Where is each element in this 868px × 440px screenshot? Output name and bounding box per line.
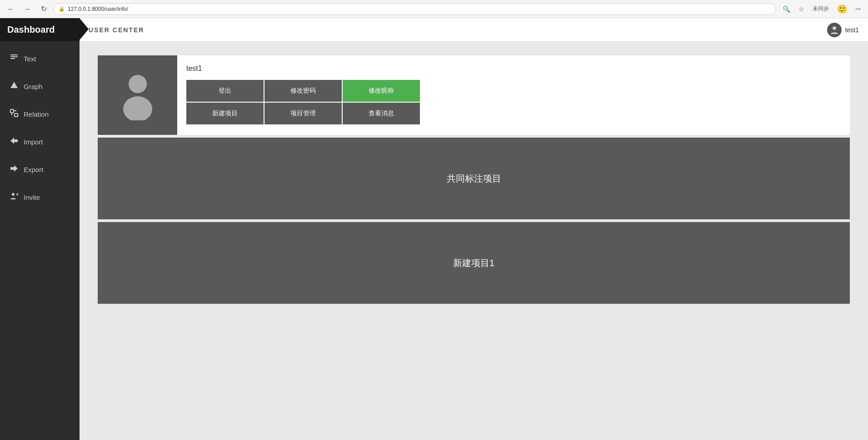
svg-rect-1 <box>10 56 18 57</box>
app-container: Dashboard Text Graph <box>0 18 868 440</box>
username-display: test1 <box>845 26 859 34</box>
url-text: 127.0.0.1:8000/user/info/ <box>68 6 128 12</box>
refresh-button[interactable]: ↻ <box>37 3 50 15</box>
sidebar-item-invite[interactable]: Invite <box>0 183 80 211</box>
svg-point-10 <box>12 193 15 196</box>
relation-icon <box>9 109 19 120</box>
svg-marker-3 <box>10 82 18 88</box>
svg-rect-5 <box>15 114 18 117</box>
invite-icon <box>9 192 19 203</box>
change-password-button[interactable]: 修改密码 <box>264 80 342 102</box>
sidebar-item-label-invite: Invite <box>24 193 40 201</box>
svg-point-14 <box>129 75 147 93</box>
project-panel-new1[interactable]: 新建项目1 <box>98 222 850 304</box>
user-info[interactable]: test1 <box>827 23 859 37</box>
svg-point-13 <box>833 26 836 30</box>
page-title: USER CENTER <box>89 26 144 34</box>
sidebar-nav: Text Graph <box>0 41 80 440</box>
profile-username: test1 <box>186 64 841 73</box>
sidebar-item-text[interactable]: Text <box>0 45 80 73</box>
zoom-icon[interactable]: 🔍 <box>780 5 793 14</box>
export-icon <box>9 164 19 175</box>
sidebar-item-label-text: Text <box>24 55 36 63</box>
sync-label[interactable]: 未同步 <box>810 4 832 14</box>
graph-icon <box>9 81 19 92</box>
dashboard-title: Dashboard <box>7 25 55 35</box>
sidebar-item-graph[interactable]: Graph <box>0 73 80 100</box>
lock-icon: 🔒 <box>59 6 65 12</box>
svg-marker-9 <box>10 165 18 172</box>
logout-button[interactable]: 登出 <box>186 80 264 102</box>
profile-info: test1 登出 修改密码 修改昵称 新建项目 项目管理 查看消息 <box>177 55 850 133</box>
sidebar-item-label-import: Import <box>24 138 43 146</box>
profile-avatar <box>98 55 177 135</box>
browser-chrome: ← → ↻ 🔒 127.0.0.1:8000/user/info/ 🔍 ☆ 未同… <box>0 0 868 18</box>
profile-buttons: 登出 修改密码 修改昵称 新建项目 项目管理 查看消息 <box>186 80 841 124</box>
sidebar: Dashboard Text Graph <box>0 18 80 440</box>
import-icon <box>9 136 19 148</box>
main-content: USER CENTER test1 <box>80 18 868 440</box>
svg-rect-0 <box>10 54 18 55</box>
sidebar-header[interactable]: Dashboard <box>0 18 80 41</box>
project-panel-new1-title: 新建项目1 <box>453 257 494 269</box>
browser-actions: 🔍 ☆ 未同步 🙂 ··· <box>780 3 863 15</box>
svg-rect-4 <box>10 109 14 113</box>
sidebar-item-relation[interactable]: Relation <box>0 100 80 128</box>
sidebar-item-label-graph: Graph <box>24 83 43 90</box>
avatar <box>827 23 842 37</box>
sidebar-item-import[interactable]: Import <box>0 128 80 156</box>
project-panel-shared-title: 共同标注项目 <box>447 173 501 185</box>
svg-point-15 <box>123 96 152 120</box>
forward-button[interactable]: → <box>21 3 34 15</box>
svg-marker-8 <box>10 138 18 144</box>
sidebar-item-label-export: Export <box>24 166 43 173</box>
sidebar-item-label-relation: Relation <box>24 110 49 118</box>
svg-rect-2 <box>10 58 15 59</box>
text-icon <box>9 53 19 64</box>
project-manage-button[interactable]: 项目管理 <box>264 103 342 124</box>
address-bar[interactable]: 🔒 127.0.0.1:8000/user/info/ <box>54 3 776 15</box>
profile-card: test1 登出 修改密码 修改昵称 新建项目 项目管理 查看消息 <box>98 55 850 135</box>
more-menu[interactable]: ··· <box>853 5 863 14</box>
view-messages-button[interactable]: 查看消息 <box>343 103 420 124</box>
change-profile-button[interactable]: 修改昵称 <box>343 80 420 102</box>
page-body: test1 登出 修改密码 修改昵称 新建项目 项目管理 查看消息 共同标注项目 <box>80 42 868 317</box>
profile-icon[interactable]: 🙂 <box>834 3 850 15</box>
sidebar-item-export[interactable]: Export <box>0 156 80 183</box>
project-panel-shared[interactable]: 共同标注项目 <box>98 138 850 219</box>
back-button[interactable]: ← <box>5 3 17 15</box>
new-project-button[interactable]: 新建项目 <box>186 103 264 124</box>
top-header: USER CENTER test1 <box>80 18 868 42</box>
star-icon[interactable]: ☆ <box>796 5 807 14</box>
